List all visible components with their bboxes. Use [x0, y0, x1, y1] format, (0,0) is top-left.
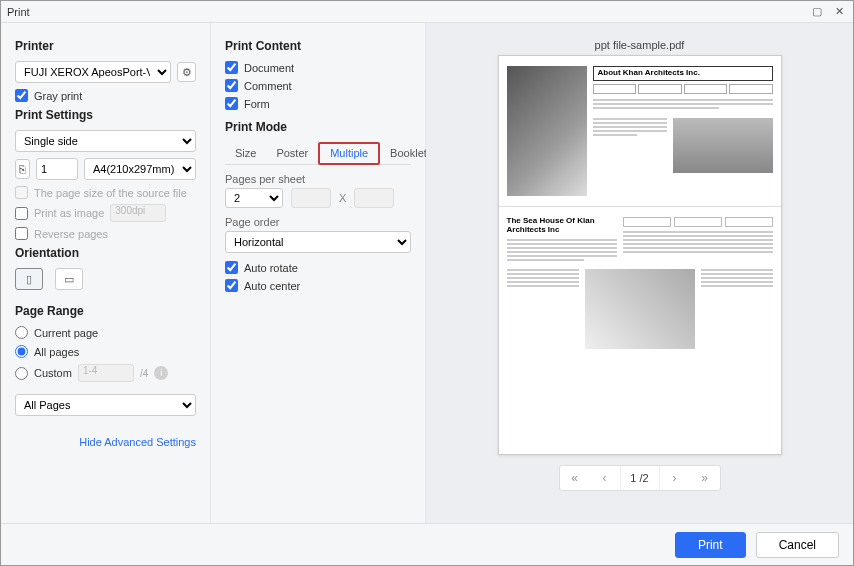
- tab-size[interactable]: Size: [225, 142, 266, 164]
- maximize-icon[interactable]: ▢: [809, 4, 825, 20]
- pager-prev-icon[interactable]: ‹: [590, 471, 620, 485]
- printer-settings-icon[interactable]: ⚙: [177, 62, 196, 82]
- print-settings-heading: Print Settings: [15, 108, 196, 122]
- form-checkbox[interactable]: Form: [225, 97, 411, 110]
- preview-pager: « ‹ 1 /2 › »: [559, 465, 721, 491]
- page-subset-select[interactable]: All Pages: [15, 394, 196, 416]
- orientation-portrait-button[interactable]: ▯: [15, 268, 43, 290]
- printer-heading: Printer: [15, 39, 196, 53]
- slide1-title: About Khan Architects Inc.: [593, 66, 773, 81]
- order-label: Page order: [225, 216, 411, 228]
- source-page-size-checkbox[interactable]: The page size of the source file: [15, 186, 196, 199]
- custom-range-input: 1-4: [78, 364, 134, 382]
- pps-cols-input: [291, 188, 331, 208]
- mode-tabs: Size Poster Multiple Booklet: [225, 142, 411, 165]
- gray-print-checkbox[interactable]: Gray print: [15, 89, 196, 102]
- cancel-button[interactable]: Cancel: [756, 532, 839, 558]
- pps-select[interactable]: 2: [225, 188, 283, 208]
- paper-select[interactable]: A4(210x297mm) 21: [84, 158, 196, 180]
- page-range-heading: Page Range: [15, 304, 196, 318]
- print-button[interactable]: Print: [675, 532, 746, 558]
- close-icon[interactable]: ✕: [831, 4, 847, 20]
- tab-multiple[interactable]: Multiple: [318, 142, 380, 165]
- reverse-pages-checkbox[interactable]: Reverse pages: [15, 227, 196, 240]
- custom-range-radio[interactable]: Custom 1-4 /4 i: [15, 364, 196, 382]
- document-checkbox[interactable]: Document: [225, 61, 411, 74]
- current-page-radio[interactable]: Current page: [15, 326, 196, 339]
- comment-checkbox[interactable]: Comment: [225, 79, 411, 92]
- slide2-title: The Sea House Of Klan Architects Inc: [507, 217, 617, 235]
- pager-next-icon[interactable]: ›: [660, 471, 690, 485]
- advanced-settings-link[interactable]: Hide Advanced Settings: [15, 436, 196, 448]
- copies-input[interactable]: [36, 158, 78, 180]
- preview-page: About Khan Architects Inc. The Sea House…: [498, 55, 782, 455]
- preview-image: [585, 269, 695, 349]
- page-order-select[interactable]: Horizontal: [225, 231, 411, 253]
- auto-center-checkbox[interactable]: Auto center: [225, 279, 411, 292]
- orientation-heading: Orientation: [15, 246, 196, 260]
- pager-indicator: 1 /2: [620, 466, 660, 490]
- dpi-input: 300dpi: [110, 204, 166, 222]
- info-icon: i: [154, 366, 168, 380]
- print-mode-heading: Print Mode: [225, 120, 411, 134]
- preview-image: [507, 66, 587, 196]
- pager-last-icon[interactable]: »: [690, 471, 720, 485]
- pps-rows-input: [354, 188, 394, 208]
- pager-first-icon[interactable]: «: [560, 471, 590, 485]
- all-pages-radio[interactable]: All pages: [15, 345, 196, 358]
- print-content-heading: Print Content: [225, 39, 411, 53]
- preview-filename: ppt file-sample.pdf: [595, 39, 685, 51]
- tab-poster[interactable]: Poster: [266, 142, 318, 164]
- titlebar: Print ▢ ✕: [1, 1, 853, 23]
- auto-rotate-checkbox[interactable]: Auto rotate: [225, 261, 411, 274]
- sides-select[interactable]: Single side: [15, 130, 196, 152]
- printer-select[interactable]: FUJI XEROX ApeosPort-VI C3370: [15, 61, 171, 83]
- collate-icon[interactable]: ⎘: [15, 159, 30, 179]
- window-title: Print: [7, 6, 30, 18]
- print-as-image-checkbox[interactable]: Print as image 300dpi: [15, 204, 196, 222]
- preview-image: [673, 118, 773, 173]
- orientation-landscape-button[interactable]: ▭: [55, 268, 83, 290]
- pps-label: Pages per sheet: [225, 173, 411, 185]
